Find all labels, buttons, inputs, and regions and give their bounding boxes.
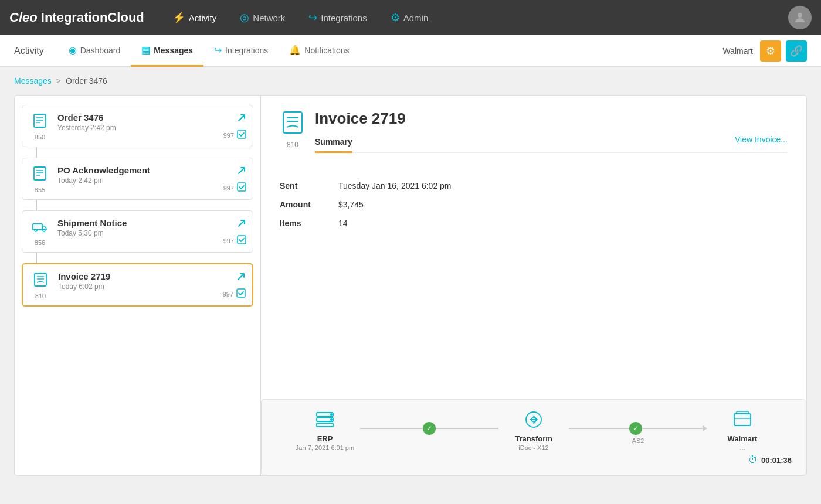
panel: 850 Order 3476 Yesterday 2:42 pm — [14, 95, 807, 476]
message-item-po-ack[interactable]: 855 PO Acknowledgement Today 2:42 pm — [22, 158, 253, 200]
detail-tabs: Summary View Invoice... — [315, 132, 788, 153]
tab-integrations[interactable]: ↪ Integrations — [203, 35, 279, 67]
order-title: Order 3476 — [57, 113, 218, 122]
messages-icon: ▤ — [141, 45, 150, 56]
shipment-icon — [32, 218, 48, 238]
line-right-1 — [436, 428, 498, 429]
shipment-arrow-icon[interactable] — [236, 218, 247, 231]
order-check-icon — [236, 129, 247, 142]
tab-notifications[interactable]: 🔔 Notifications — [279, 35, 359, 67]
sent-label: Sent — [280, 181, 338, 190]
breadcrumb: Messages > Order 3476 — [14, 76, 807, 86]
order-badge: 850 — [35, 134, 45, 141]
svg-rect-15 — [35, 273, 46, 286]
invoice-count: 997 — [223, 291, 233, 298]
line-right-2 — [642, 428, 703, 429]
invoice-arrow-icon[interactable] — [236, 271, 246, 284]
tab-dashboard[interactable]: ◉ Dashboard — [58, 35, 131, 67]
settings-button[interactable]: ⚙ — [760, 40, 781, 62]
connector-2 — [36, 200, 37, 210]
timer-icon: ⏱ — [748, 455, 758, 465]
svg-point-13 — [43, 229, 45, 231]
check-dot-1: ✓ — [423, 422, 436, 435]
erp-icon — [314, 409, 335, 432]
nav-network[interactable]: ◎ Network — [230, 6, 294, 29]
check-dot-2: ✓ — [629, 422, 642, 435]
svg-point-12 — [35, 229, 37, 231]
check-row-2: ✓ — [569, 422, 707, 435]
message-item-order-3476[interactable]: 850 Order 3476 Yesterday 2:42 pm — [22, 105, 253, 147]
breadcrumb-separator: > — [56, 76, 61, 86]
pipeline-bar: ERP Jan 7, 2021 6:01 pm ✓ — [261, 399, 806, 475]
invoice-time: Today 6:02 pm — [58, 282, 217, 291]
walmart-sub: ... — [739, 444, 745, 451]
detail-spacer — [280, 233, 788, 385]
connector-as2-label: AS2 — [569, 437, 707, 444]
svg-rect-1 — [34, 114, 46, 127]
svg-rect-6 — [34, 167, 46, 180]
erp-label: ERP — [317, 434, 333, 443]
pipeline-bottom: ⏱ 00:01:36 — [276, 455, 792, 465]
order-icon — [32, 113, 48, 132]
admin-icon: ⚙ — [391, 11, 400, 24]
logo-light: IntegrationCloud — [38, 10, 144, 25]
po-arrow-icon[interactable] — [236, 165, 247, 178]
nav-admin-label: Admin — [403, 13, 429, 23]
msg-icon-shipment: 856 — [28, 218, 52, 246]
summary-row-amount: Amount $3,745 — [280, 195, 788, 214]
invoice-info: Invoice 2719 Today 6:02 pm — [58, 271, 217, 291]
top-nav: Cleo IntegrationCloud ⚡ Activity ◎ Netwo… — [0, 0, 821, 35]
tab-integrations-label: Integrations — [225, 46, 268, 55]
nav-admin[interactable]: ⚙ Admin — [381, 6, 438, 29]
invoice-actions: 997 — [223, 271, 246, 301]
line-left-1 — [360, 428, 423, 429]
integrations-tab-icon: ↪ — [214, 45, 222, 56]
po-actions: 997 — [223, 165, 247, 195]
order-count: 997 — [223, 132, 234, 139]
message-item-shipment[interactable]: 856 Shipment Notice Today 5:30 pm — [22, 210, 253, 253]
walmart-label: Walmart — [728, 434, 758, 443]
tab-summary[interactable]: Summary — [315, 132, 352, 153]
dashboard-icon: ◉ — [69, 45, 77, 56]
svg-rect-30 — [737, 411, 748, 414]
po-count: 997 — [223, 185, 234, 192]
tab-messages[interactable]: ▤ Messages — [131, 35, 203, 67]
sub-nav: Activity ◉ Dashboard ▤ Messages ↪ Integr… — [0, 35, 821, 67]
view-invoice-link[interactable]: View Invoice... — [735, 132, 788, 152]
order-arrow-icon[interactable] — [236, 113, 247, 125]
logo-cleo: Cleo — [9, 10, 38, 25]
amount-value: $3,745 — [338, 200, 364, 209]
line-left-2 — [569, 428, 629, 429]
message-item-invoice[interactable]: 810 Invoice 2719 Today 6:02 pm 9 — [22, 263, 253, 307]
integrations-icon: ↪ — [308, 11, 317, 24]
check-row-1: ✓ — [360, 422, 498, 435]
message-detail: 810 Invoice 2719 Summary View Invoice...… — [261, 96, 806, 475]
shipment-count: 997 — [223, 237, 234, 244]
walmart-icon — [732, 409, 753, 432]
msg-icon-invoice: 810 — [29, 271, 52, 299]
breadcrumb-parent[interactable]: Messages — [14, 76, 52, 86]
invoice-list-icon — [32, 271, 49, 291]
shipment-actions: 997 — [223, 218, 247, 247]
pipeline-connector-1: ✓ — [360, 409, 498, 435]
detail-title-area: Invoice 2719 Summary View Invoice... — [315, 110, 788, 153]
po-title: PO Acknowledgement — [57, 165, 218, 175]
user-avatar[interactable] — [788, 6, 812, 29]
transform-sub: iDoc - X12 — [518, 444, 548, 451]
link-button[interactable]: 🔗 — [786, 40, 807, 62]
po-info: PO Acknowledgement Today 2:42 pm — [57, 165, 218, 185]
sub-nav-right: Walmart ⚙ 🔗 — [722, 40, 807, 62]
nav-integrations[interactable]: ↪ Integrations — [299, 6, 376, 29]
invoice-title: Invoice 2719 — [58, 271, 217, 281]
svg-rect-29 — [734, 414, 751, 425]
pipeline-node-transform: Transform iDoc - X12 — [498, 409, 569, 451]
order-info: Order 3476 Yesterday 2:42 pm — [57, 113, 218, 132]
company-name: Walmart — [722, 46, 753, 56]
po-icon — [32, 165, 48, 185]
svg-rect-11 — [33, 224, 42, 230]
nav-activity[interactable]: ⚡ Activity — [163, 6, 226, 29]
summary-table: Sent Tuesday Jan 16, 2021 6:02 pm Amount… — [280, 176, 788, 233]
detail-title: Invoice 2719 — [315, 110, 788, 128]
detail-icon-wrap: 810 — [280, 110, 306, 149]
transform-icon — [523, 409, 544, 432]
